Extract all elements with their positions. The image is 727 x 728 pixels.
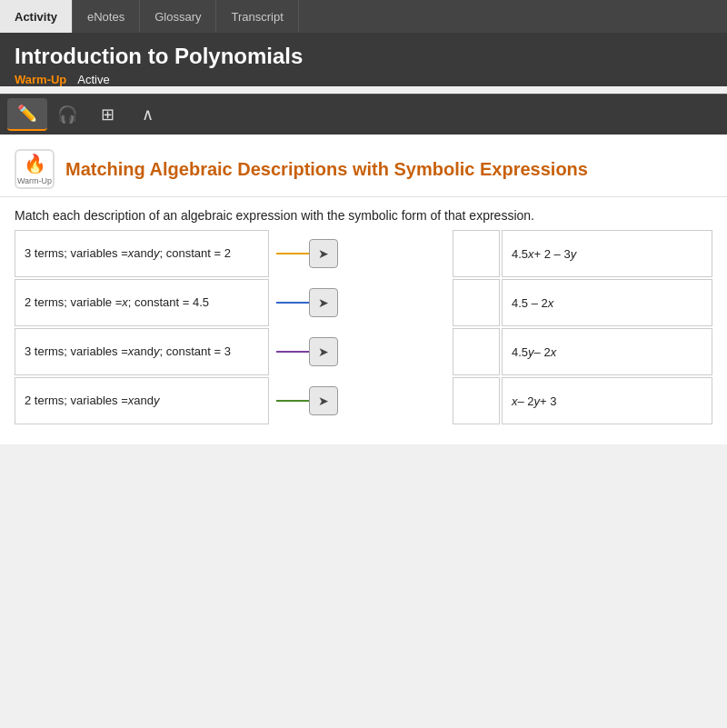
tab-transcript[interactable]: Transcript [216, 0, 298, 33]
status-badge: Active [77, 73, 109, 86]
drop-target-2[interactable] [453, 279, 500, 326]
expression-4: x – 2y + 3 [502, 377, 712, 424]
instructions-text: Match each description of an algebraic e… [0, 197, 727, 230]
expression-1: 4.5x + 2 – 3y [502, 230, 712, 277]
match-row: 2 terms; variables = x and y ➤ x – 2y + … [15, 377, 712, 424]
header: Introduction to Polynomials Warm-Up Acti… [0, 33, 727, 86]
drop-target-3[interactable] [453, 328, 500, 375]
right-section-2: 4.5 – 2x [342, 279, 712, 326]
toolbar: ✏️ 🎧 ⊞ ∧ [0, 94, 727, 135]
pencil-tool-button[interactable]: ✏️ [7, 98, 47, 131]
match-row: 3 terms; variables = x and y; constant =… [15, 328, 712, 375]
expression-3: 4.5y – 2x [502, 328, 712, 375]
page-title: Introduction to Polynomials [15, 44, 712, 69]
arrow-button-2[interactable]: ➤ [309, 288, 338, 317]
arrow-button-3[interactable]: ➤ [309, 337, 338, 366]
arrow-button-4[interactable]: ➤ [309, 386, 338, 415]
subtitle-label: Warm-Up [15, 73, 66, 86]
match-row: 2 terms; variable = x; constant = 4.5 ➤ … [15, 279, 712, 326]
headphones-tool-button[interactable]: 🎧 [47, 98, 87, 131]
expression-2: 4.5 – 2x [502, 279, 712, 326]
description-3: 3 terms; variables = x and y; constant =… [15, 328, 269, 375]
top-nav: Activity eNotes Glossary Transcript [0, 0, 727, 33]
matching-area: 3 terms; variables = x and y; constant =… [0, 230, 727, 444]
drop-target-1[interactable] [453, 230, 500, 277]
subtitle-row: Warm-Up Active [15, 73, 712, 86]
arrow-button-1[interactable]: ➤ [309, 239, 338, 268]
warmup-icon: 🔥 Warm-Up [15, 149, 55, 189]
upload-tool-button[interactable]: ∧ [127, 98, 167, 131]
drop-target-4[interactable] [453, 377, 500, 424]
tab-activity[interactable]: Activity [0, 0, 73, 33]
description-2: 2 terms; variable = x; constant = 4.5 [15, 279, 269, 326]
right-section-1: 4.5x + 2 – 3y [342, 230, 712, 277]
arrow-connector-3: ➤ [269, 328, 342, 375]
right-section-4: x – 2y + 3 [342, 377, 712, 424]
activity-title: Matching Algebraic Descriptions with Sym… [65, 157, 588, 181]
description-4: 2 terms; variables = x and y [15, 377, 269, 424]
arrow-connector-1: ➤ [269, 230, 342, 277]
match-row: 3 terms; variables = x and y; constant =… [15, 230, 712, 277]
arrow-connector-2: ➤ [269, 279, 342, 326]
arrow-connector-4: ➤ [269, 377, 342, 424]
calculator-tool-button[interactable]: ⊞ [87, 98, 127, 131]
activity-header: 🔥 Warm-Up Matching Algebraic Description… [0, 135, 727, 197]
description-1: 3 terms; variables = x and y; constant =… [15, 230, 269, 277]
tab-glossary[interactable]: Glossary [140, 0, 216, 33]
right-section-3: 4.5y – 2x [342, 328, 712, 375]
content-area: 🔥 Warm-Up Matching Algebraic Description… [0, 135, 727, 444]
tab-enotes[interactable]: eNotes [73, 0, 140, 33]
